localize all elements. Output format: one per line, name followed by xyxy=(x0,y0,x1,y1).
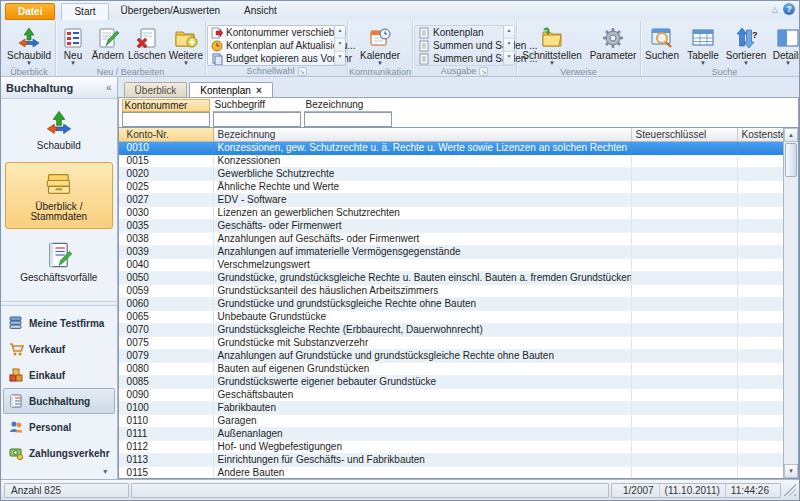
parameter-button[interactable]: Parameter xyxy=(587,23,639,62)
ausgabe-summen-salden-2-item[interactable]: Summen und Salden ... xyxy=(415,52,503,65)
ausgabe-summen-salden-1-item[interactable]: Summen und Salden ... xyxy=(415,39,503,52)
sidebar-module-schaubild[interactable]: Schaubild xyxy=(5,101,113,158)
help-icon[interactable]: ? xyxy=(783,3,795,15)
group-label-neu-bearbeiten: Neu / Bearbeiten xyxy=(97,67,165,77)
bezeichnung-input[interactable] xyxy=(304,112,392,127)
details-button[interactable]: Details ▼ xyxy=(769,23,800,67)
table-row[interactable]: 0015Konzessionen xyxy=(119,155,783,168)
dialog-launcher-icon[interactable]: ↘ xyxy=(298,67,307,76)
ribbon-tab-start[interactable]: Start xyxy=(61,3,108,20)
table-row[interactable]: 0038Anzahlungen auf Geschäfts- oder Firm… xyxy=(119,233,783,246)
table-cell xyxy=(738,402,783,414)
table-cell xyxy=(738,311,783,323)
table-row[interactable]: 0110Garagen xyxy=(119,415,783,428)
scrollbar-thumb[interactable] xyxy=(785,143,797,177)
table-cell xyxy=(738,233,783,245)
table-cell: 0112 xyxy=(119,441,214,453)
nav-overflow-icon[interactable]: ▼ xyxy=(1,466,117,479)
chevron-down-icon: ▼ xyxy=(700,61,706,66)
table-row[interactable]: 0112Hof- und Wegbefestigungen xyxy=(119,441,783,454)
ribbon-group-ueberblick: Schaubild ▼ Überblick xyxy=(3,21,56,76)
table-cell xyxy=(738,246,783,258)
nav-item-zahlungsverkehr[interactable]: Zahlungsverkehr xyxy=(3,440,115,466)
kontonummer-input[interactable] xyxy=(122,112,210,127)
suchen-button[interactable]: Suchen xyxy=(642,23,682,62)
sortieren-button[interactable]: ? Sortieren ▼ xyxy=(724,23,768,67)
table-row[interactable]: 0040Verschmelzungswert xyxy=(119,259,783,272)
gallery-scroll[interactable]: ▲▼▼ xyxy=(503,26,514,65)
backstage-button[interactable]: Datei xyxy=(5,3,55,20)
ribbon-tab-ansicht[interactable]: Ansicht xyxy=(232,3,289,20)
table-row[interactable]: 0080Bauten auf eigenen Grundstücken xyxy=(119,363,783,376)
table-row[interactable]: 0020Gewerbliche Schutzrechte xyxy=(119,168,783,181)
table-row[interactable]: 0090Geschäftsbauten xyxy=(119,389,783,402)
kalender-button[interactable]: Kalender ▼ xyxy=(353,23,407,67)
resize-grip[interactable] xyxy=(784,484,796,496)
table-cell: Konzessionen, gew. Schutzrechte u. ä. Re… xyxy=(214,142,632,154)
ausgabe-kontenplan-item[interactable]: Kontenplan xyxy=(415,26,503,39)
loeschen-button[interactable]: Löschen xyxy=(127,23,167,62)
suchbegriff-input[interactable] xyxy=(213,112,301,127)
close-tab-icon[interactable]: × xyxy=(256,85,262,96)
table-row[interactable]: 0115Andere Bauten xyxy=(119,467,783,478)
ribbon-group-neu-bearbeiten: Neu ▼ Ändern xyxy=(56,21,206,76)
nav-item-buchhaltung[interactable]: Buchhaltung xyxy=(3,388,115,414)
suchen-label: Suchen xyxy=(645,51,679,61)
table-row[interactable]: 0027EDV - Software xyxy=(119,194,783,207)
table-row[interactable]: 0030Lizenzen an gewerblichen Schutzrecht… xyxy=(119,207,783,220)
new-list-icon xyxy=(61,26,85,50)
schaubild-button[interactable]: Schaubild ▼ xyxy=(4,23,54,67)
table-row[interactable]: 0100Fabrikbauten xyxy=(119,402,783,415)
nav-item-personal[interactable]: Personal xyxy=(3,414,115,440)
scroll-down-icon[interactable]: ▼ xyxy=(784,464,798,478)
column-header-konto-nr[interactable]: Konto-Nr. xyxy=(119,128,214,141)
minimize-ribbon-icon[interactable]: △ xyxy=(772,5,778,14)
nav-item-meine-testfirma[interactable]: Meine Testfirma xyxy=(3,310,115,336)
kontenplan-aktualisieren-item[interactable]: Kontenplan auf Aktualisieru... xyxy=(208,39,334,52)
table-row[interactable]: 0113Einrichtungen für Geschäfts- und Fab… xyxy=(119,454,783,467)
neu-button[interactable]: Neu ▼ xyxy=(57,23,89,67)
table-row[interactable]: 0039Anzahlungen auf immaterielle Vermöge… xyxy=(119,246,783,259)
schnittstellen-button[interactable]: Schnittstellen ▼ xyxy=(518,23,586,67)
table-cell xyxy=(738,467,783,478)
doc-tab-ueberblick[interactable]: Überblick xyxy=(124,82,188,97)
nav-item-verkauf[interactable]: Verkauf xyxy=(3,336,115,362)
collapse-sidebar-icon[interactable]: « xyxy=(106,82,112,93)
table-row[interactable]: 0070Grundstücksgleiche Rechte (Erbbaurec… xyxy=(119,324,783,337)
table-row[interactable]: 0079Anzahlungen auf Grundstücke und grun… xyxy=(119,350,783,363)
tabelle-button[interactable]: Tabelle ▼ xyxy=(683,23,723,67)
vertical-scrollbar[interactable]: ▲ ▼ xyxy=(783,128,798,478)
ribbon-tab-uebergeben-auswerten[interactable]: Übergeben/Auswerten xyxy=(109,3,233,20)
scroll-up-icon[interactable]: ▲ xyxy=(784,128,798,142)
table-row[interactable]: 0010Konzessionen, gew. Schutzrechte u. ä… xyxy=(119,142,783,155)
budget-kopieren-item[interactable]: Budget kopieren aus Vorjahr xyxy=(208,52,334,65)
column-header-bezeichnung[interactable]: Bezeichnung xyxy=(214,128,632,141)
table-row[interactable]: 0065Unbebaute Grundstücke xyxy=(119,311,783,324)
table-row[interactable]: 0025Ähnliche Rechte und Werte xyxy=(119,181,783,194)
table-row[interactable]: 0035Geschäfts- oder Firmenwert xyxy=(119,220,783,233)
weitere-button[interactable]: Weitere ▼ xyxy=(168,23,204,67)
workspace: Überblick Kontenplan × Kontonummer Suchb… xyxy=(118,77,799,479)
sidebar-module-ueberblick-stammdaten[interactable]: Überblick / Stammdaten xyxy=(5,162,113,229)
table-cell xyxy=(738,415,783,427)
aendern-button[interactable]: Ändern xyxy=(90,23,126,62)
column-header-kostenstelle[interactable]: Kostenstelle xyxy=(738,128,783,141)
move-arrow-icon xyxy=(211,27,223,39)
gallery-scroll[interactable]: ▲▼▼ xyxy=(334,26,345,65)
table-cell xyxy=(632,233,738,245)
sidebar-module-geschaeftsvorfaelle[interactable]: Geschäftsvorfälle xyxy=(5,233,113,290)
table-row[interactable]: 0111Außenanlagen xyxy=(119,428,783,441)
table-row[interactable]: 0085Grundstückswerte eigener bebauter Gr… xyxy=(119,376,783,389)
column-header-steuerschluessel[interactable]: Steuerschlüssel xyxy=(632,128,738,141)
kontonummer-verschieben-item[interactable]: Kontonummer verschieben xyxy=(208,26,334,39)
copy-page-icon xyxy=(211,53,223,65)
table-row[interactable]: 0075Grundstücke mit Substanzverzehr xyxy=(119,337,783,350)
doc-tab-kontenplan[interactable]: Kontenplan × xyxy=(189,82,272,97)
nav-item-einkauf[interactable]: Einkauf xyxy=(3,362,115,388)
table-row[interactable]: 0059Grundstücksanteil des häuslichen Arb… xyxy=(119,285,783,298)
nav-label: Personal xyxy=(29,422,71,433)
dialog-launcher-icon[interactable]: ↘ xyxy=(479,67,488,76)
table-row[interactable]: 0060Grundstücke und grundstücksgleiche R… xyxy=(119,298,783,311)
table-row[interactable]: 0050Grundstücke, grundstücksgleiche Rech… xyxy=(119,272,783,285)
filter-label-suchbegriff: Suchbegriff xyxy=(213,99,301,112)
